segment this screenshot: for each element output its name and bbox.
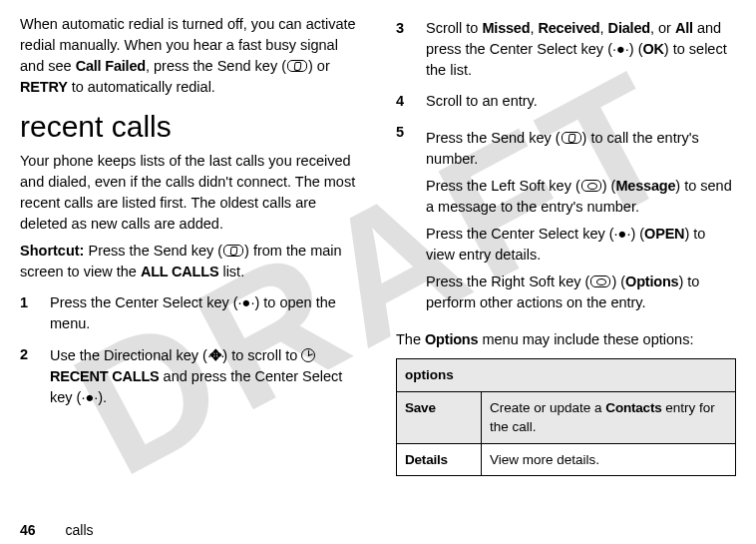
left-soft-key-icon [581, 180, 601, 192]
options-menu-label: Options [425, 331, 478, 347]
text: Use the Directional key ( [50, 347, 207, 363]
option-name: Details [397, 443, 482, 476]
ok-label: OK [643, 41, 664, 57]
save-option: Save [405, 400, 436, 415]
center-select-icon: ·●· [612, 41, 629, 57]
right-soft-key-icon [590, 275, 610, 287]
text: ) or [308, 58, 330, 74]
table-header: options [397, 359, 736, 392]
text: Press the Left Soft key ( [426, 178, 580, 194]
received-label: Received [538, 20, 599, 36]
send-key-icon [287, 60, 307, 72]
text: ) ( [602, 178, 616, 194]
directional-key-icon: ·✥· [207, 346, 222, 363]
right-column: 3 Scroll to Missed, Received, Dialed, or… [396, 8, 736, 476]
text: , [600, 20, 608, 36]
send-key-icon [223, 245, 243, 257]
recent-calls-heading: recent calls [20, 110, 360, 143]
section-label: calls [66, 522, 94, 538]
details-option: Details [405, 452, 448, 467]
missed-label: Missed [482, 20, 530, 36]
text: Press the Center Select key ( [426, 226, 614, 242]
step-3: 3 Scroll to Missed, Received, Dialed, or… [396, 18, 736, 81]
step-number: 3 [396, 18, 410, 81]
step-4: 4 Scroll to an entry. [396, 91, 736, 112]
options-table: options Save Create or update a Contacts… [396, 358, 736, 476]
text: to automatically redial. [68, 79, 215, 95]
text: ) to scroll to [222, 347, 301, 363]
text: Press the Send key ( [426, 130, 561, 146]
shortcut-paragraph: Shortcut: Press the Send key () from the… [20, 241, 360, 282]
table-header-row: options [397, 359, 736, 392]
center-select-icon: ·●· [81, 389, 98, 405]
contacts-label: Contacts [605, 400, 661, 415]
send-key-icon [562, 132, 581, 144]
call-failed-label: Call Failed [76, 58, 146, 74]
center-select-icon: ·●· [614, 226, 631, 242]
clock-icon [301, 348, 315, 362]
left-column: When automatic redial is turned off, you… [20, 8, 360, 476]
option-name: Save [397, 391, 482, 443]
retry-label: RETRY [20, 79, 68, 95]
step-2: 2 Use the Directional key (·✥·) to scrol… [20, 344, 360, 408]
step-body: Scroll to an entry. [426, 91, 538, 112]
text: Create or update a [490, 400, 605, 415]
text: Press the Center Select key ( [50, 294, 238, 310]
step-body: Press the Center Select key (·●·) to ope… [50, 292, 360, 334]
page-number: 46 [20, 522, 36, 538]
text: menu may include these options: [478, 331, 693, 347]
open-label: OPEN [644, 226, 684, 242]
text: list. [218, 264, 244, 279]
shortcut-label: Shortcut: [20, 243, 84, 259]
step-5-p3: Press the Center Select key (·●·) (OPEN)… [426, 224, 736, 266]
text: ). [98, 389, 107, 405]
text: ) ( [629, 41, 643, 57]
option-desc: View more details. [482, 443, 736, 476]
step-body: Scroll to Missed, Received, Dialed, or A… [426, 18, 736, 81]
dialed-label: Dialed [608, 20, 650, 36]
step-5-p4: Press the Right Soft key () (Options) to… [426, 272, 736, 313]
step-number: 2 [20, 344, 34, 408]
text: , or [650, 20, 675, 36]
text: , press the Send key ( [146, 58, 286, 74]
step-5-p2: Press the Left Soft key () (Message) to … [426, 176, 736, 218]
step-5-p1: Press the Send key () to call the entry'… [426, 128, 736, 170]
options-label: Options [625, 273, 678, 289]
recent-calls-menu-label: RECENT CALLS [50, 368, 160, 384]
all-calls-label: ALL CALLS [141, 264, 218, 279]
step-body: Press the Send key () to call the entry'… [426, 122, 736, 319]
step-number: 4 [396, 91, 410, 112]
options-intro: The Options menu may include these optio… [396, 329, 736, 350]
option-desc: Create or update a Contacts entry for th… [482, 391, 736, 443]
step-number: 1 [20, 292, 34, 334]
table-row: Details View more details. [397, 443, 736, 476]
all-label: All [675, 20, 693, 36]
two-column-layout: When automatic redial is turned off, you… [20, 8, 736, 476]
text: The [396, 331, 425, 347]
step-number: 5 [396, 122, 410, 319]
message-label: Message [615, 178, 675, 194]
text: ) ( [611, 273, 625, 289]
table-row: Save Create or update a Contacts entry f… [397, 391, 736, 443]
center-select-icon: ·●· [238, 294, 255, 310]
step-1: 1 Press the Center Select key (·●·) to o… [20, 292, 360, 334]
text: Press the Send key ( [84, 243, 222, 259]
text: ) ( [630, 226, 644, 242]
text: Scroll to [426, 20, 482, 36]
text: Press the Right Soft key ( [426, 273, 589, 289]
step-body: Use the Directional key (·✥·) to scroll … [50, 344, 360, 408]
step-5: 5 Press the Send key () to call the entr… [396, 122, 736, 319]
recent-calls-description: Your phone keeps lists of the last calls… [20, 151, 360, 235]
page-footer: 46calls [20, 522, 94, 538]
redial-intro-paragraph: When automatic redial is turned off, you… [20, 14, 360, 98]
